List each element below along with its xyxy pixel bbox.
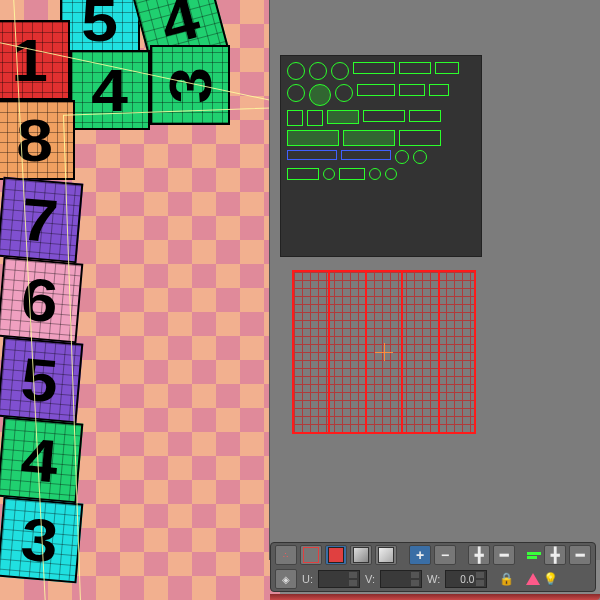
vertex-icon: ∴ (283, 551, 289, 560)
options-button[interactable]: ◈ (275, 569, 297, 589)
v-spinner[interactable] (380, 570, 422, 588)
element-mode-button[interactable] (350, 545, 372, 565)
minus-icon: ━ (576, 547, 584, 563)
face-mode-button[interactable] (325, 545, 347, 565)
shrink-selection-button[interactable]: − (434, 545, 456, 565)
plus-icon: ╋ (475, 547, 483, 563)
u-spinner[interactable] (318, 570, 360, 588)
grow-selection-button[interactable]: + (409, 545, 431, 565)
uv-texture-tile (280, 55, 482, 257)
bulb-icon[interactable]: 💡 (543, 572, 558, 586)
poly-mode-button[interactable] (375, 545, 397, 565)
w-spinner[interactable]: 0.0 (445, 570, 487, 588)
crosshair-icon (375, 343, 393, 361)
spinner-arrows[interactable] (349, 571, 357, 587)
edge-icon (303, 547, 319, 563)
uv-unwrap-shells (287, 62, 475, 250)
edge-mode-button[interactable] (300, 545, 322, 565)
vertex-mode-button[interactable]: ∴ (275, 545, 297, 565)
window-border (270, 594, 600, 600)
play-icon[interactable] (526, 573, 540, 585)
spinner-arrows[interactable] (476, 571, 484, 587)
dash-icon (527, 556, 537, 559)
align-group (527, 552, 541, 559)
face-icon (328, 547, 344, 563)
spinner-arrows[interactable] (411, 571, 419, 587)
cube-icon (353, 547, 369, 563)
u-label: U: (302, 573, 313, 585)
contract-button[interactable]: ━ (493, 545, 515, 565)
w-label: W: (427, 573, 440, 585)
dash-icon (527, 552, 541, 555)
cube-icon (378, 547, 394, 563)
expand-button[interactable]: ╋ (468, 545, 490, 565)
wireframe-edge (63, 106, 280, 600)
minus-icon: − (441, 547, 449, 563)
align-button[interactable]: ╋ (544, 545, 566, 565)
uv-editor-panel[interactable] (269, 0, 600, 560)
minus-icon: ━ (500, 547, 508, 563)
v-label: V: (365, 573, 375, 585)
uv-toolbar: ∴ + − ╋ ━ ╋ ━ ◈ U: V: W: 0.0 (270, 542, 596, 592)
viewport-3d[interactable]: 54143876543 (0, 0, 280, 600)
spread-button[interactable]: ━ (569, 545, 591, 565)
plus-icon: ╋ (551, 547, 559, 563)
lock-icon[interactable]: 🔒 (499, 572, 514, 586)
uv-selection[interactable] (292, 270, 476, 434)
plus-icon: + (416, 547, 424, 563)
w-value: 0.0 (448, 574, 474, 585)
